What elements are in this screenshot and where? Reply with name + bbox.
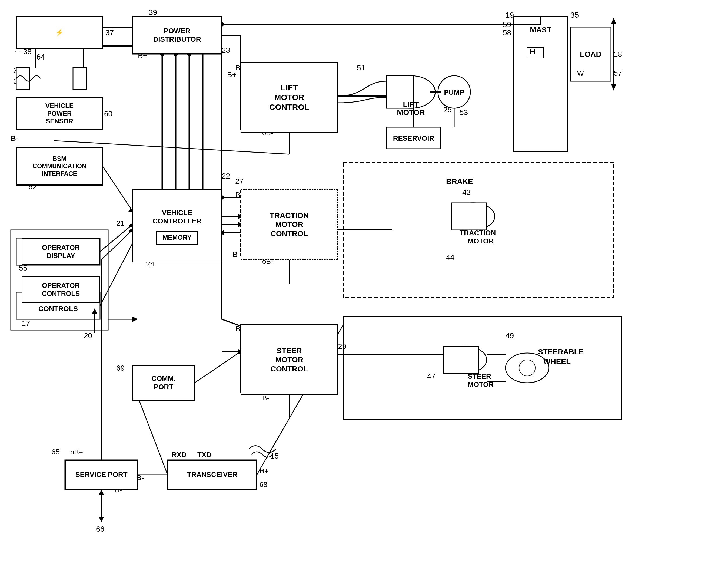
transceiver-box: TRANSCEIVER <box>168 460 257 490</box>
vehicle-power-sensor-label: VEHICLE POWER SENSOR <box>45 102 73 125</box>
transceiver-label: TRANSCEIVER <box>187 471 237 479</box>
svg-text:68: 68 <box>259 481 267 489</box>
svg-text:58: 58 <box>503 28 511 37</box>
svg-text:65: 65 <box>51 448 60 456</box>
svg-text:43: 43 <box>462 188 471 197</box>
svg-text:LIFT: LIFT <box>403 100 419 108</box>
svg-line-163 <box>195 352 240 383</box>
svg-marker-107 <box>611 84 616 91</box>
lift-motor-control-box: LIFT MOTOR CONTROL <box>240 62 338 132</box>
svg-marker-144 <box>99 517 104 522</box>
operator-display-box: OPERATOR DISPLAY <box>22 238 100 265</box>
svg-text:57: 57 <box>614 69 622 77</box>
power-distributor-box: POWER DISTRIBUTOR <box>132 16 222 54</box>
svg-text:17: 17 <box>22 319 30 328</box>
svg-text:25: 25 <box>443 105 452 114</box>
svg-text:51: 51 <box>357 63 365 72</box>
svg-rect-17 <box>73 68 86 89</box>
svg-text:64: 64 <box>36 53 45 61</box>
svg-text:22: 22 <box>222 172 230 180</box>
svg-text:B+: B+ <box>227 70 236 79</box>
svg-text:53: 53 <box>460 108 468 116</box>
svg-point-121 <box>519 360 535 376</box>
operator-display-label: OPERATOR DISPLAY <box>42 244 79 260</box>
svg-marker-39 <box>132 316 138 322</box>
svg-text:BRAKE: BRAKE <box>446 177 473 186</box>
service-port-label: SERVICE PORT <box>75 471 127 479</box>
svg-text:STEERABLE: STEERABLE <box>538 348 584 356</box>
svg-text:RXD: RXD <box>172 451 186 459</box>
svg-text:66: 66 <box>96 525 104 533</box>
svg-text:35: 35 <box>570 11 579 19</box>
svg-text:27: 27 <box>235 177 243 186</box>
svg-text:69: 69 <box>116 364 125 372</box>
bsm-communication-interface-box: BSM COMMUNICATION INTERFACE <box>16 148 103 185</box>
svg-text:STEER: STEER <box>468 372 491 380</box>
steer-motor-control-box: STEER MOTOR CONTROL <box>240 325 338 395</box>
power-distributor-label: POWER DISTRIBUTOR <box>153 27 201 44</box>
battery-box: ⚡ <box>16 16 103 49</box>
svg-rect-16 <box>16 68 30 89</box>
svg-text:W: W <box>577 69 584 77</box>
svg-text:23: 23 <box>222 46 230 54</box>
diagram-container: 37 ← 38 64 36 34 VEHICLE POWER SENSOR 60… <box>0 0 728 570</box>
svg-text:21: 21 <box>116 219 125 228</box>
svg-text:18: 18 <box>614 50 622 58</box>
svg-text:39: 39 <box>149 8 157 16</box>
svg-text:29: 29 <box>338 342 346 351</box>
svg-text:MAST: MAST <box>530 26 551 34</box>
svg-text:MOTOR: MOTOR <box>468 237 494 245</box>
comm-port-label: COMM. PORT <box>151 374 176 391</box>
svg-line-174 <box>100 225 132 252</box>
bsm-label: BSM COMMUNICATION INTERFACE <box>33 155 86 178</box>
lift-motor-control-label: LIFT MOTOR CONTROL <box>269 83 309 112</box>
svg-text:44: 44 <box>446 253 455 261</box>
operator-controls-label: OPERATOR CONTROLS <box>42 281 80 298</box>
steer-motor-control-label: STEER MOTOR CONTROL <box>270 346 308 373</box>
svg-text:19: 19 <box>506 11 514 19</box>
svg-text:TXD: TXD <box>197 451 211 459</box>
vehicle-controller-label: VEHICLE CONTROLLER <box>137 209 217 225</box>
svg-text:LOAD: LOAD <box>580 50 601 58</box>
traction-motor-control-box: TRACTION MOTOR CONTROL <box>240 189 338 260</box>
svg-text:oB+: oB+ <box>70 448 83 456</box>
svg-text:47: 47 <box>427 372 436 380</box>
svg-rect-117 <box>443 346 479 373</box>
operator-controls-box: OPERATOR CONTROLS <box>22 276 100 303</box>
svg-text:B-: B- <box>11 134 18 142</box>
vehicle-controller-box: VEHICLE CONTROLLER MEMORY <box>132 189 222 262</box>
svg-text:37: 37 <box>105 28 114 37</box>
svg-text:CONTROLS: CONTROLS <box>38 305 78 313</box>
svg-text:60: 60 <box>104 109 112 118</box>
svg-marker-143 <box>99 490 104 495</box>
traction-motor-control-label: TRACTION MOTOR CONTROL <box>270 211 309 238</box>
svg-rect-92 <box>514 16 568 152</box>
svg-text:WHEEL: WHEEL <box>543 357 571 365</box>
svg-line-172 <box>103 167 132 211</box>
svg-rect-110 <box>452 203 487 230</box>
svg-text:B-: B- <box>232 250 240 259</box>
svg-text:H: H <box>530 47 535 56</box>
service-port-box: SERVICE PORT <box>65 460 138 490</box>
svg-text:MOTOR: MOTOR <box>397 108 425 116</box>
svg-line-176 <box>100 244 132 306</box>
svg-text:20: 20 <box>84 331 92 340</box>
svg-text:TRACTION: TRACTION <box>460 229 496 237</box>
svg-text:B-: B- <box>262 394 269 402</box>
comm-port-box: COMM. PORT <box>132 365 195 400</box>
svg-text:RESERVOIR: RESERVOIR <box>393 134 435 142</box>
memory-label: MEMORY <box>156 231 198 245</box>
vehicle-power-sensor-box: VEHICLE POWER SENSOR <box>16 97 103 130</box>
svg-text:49: 49 <box>506 331 514 340</box>
svg-line-182 <box>101 230 132 260</box>
svg-marker-106 <box>611 18 616 24</box>
svg-text:PUMP: PUMP <box>444 88 464 96</box>
